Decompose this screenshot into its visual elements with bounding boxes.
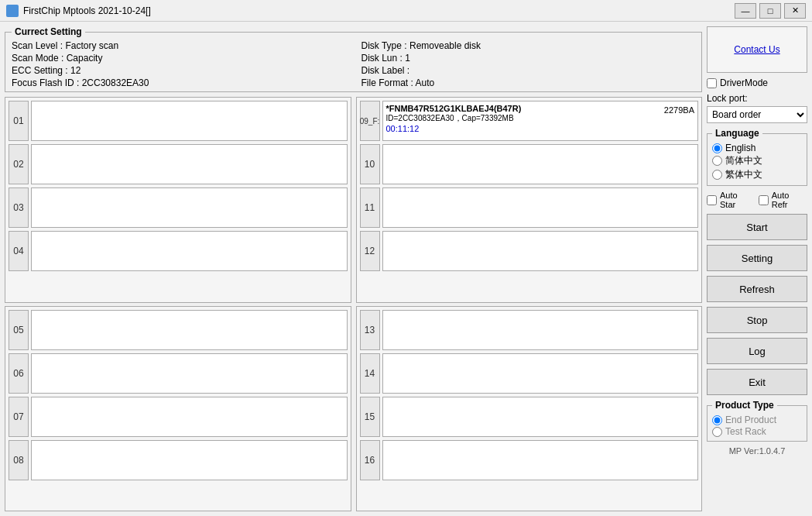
slot-display-13[interactable] xyxy=(382,310,699,350)
slot-display-12[interactable] xyxy=(382,231,699,271)
right-panel: Contact Us DriverMode Lock port: Board o… xyxy=(707,26,807,511)
ecc-setting: ECC Setting : 12 xyxy=(12,65,346,76)
main-container: Currect Setting Scan Level : Factory sca… xyxy=(0,22,812,516)
slots-area: 01 02 03 04 xyxy=(5,97,702,511)
slot-09-extra: 2279BA xyxy=(664,104,694,115)
slot-display-03[interactable] xyxy=(31,187,348,228)
focus-flash-id: Focus Flash ID : 2CC30832EA30 xyxy=(12,77,346,88)
start-button[interactable]: Start xyxy=(707,214,807,240)
disk-type: Disk Type : Removeable disk xyxy=(361,40,696,51)
language-group: Language English 简体中文 繁体中文 xyxy=(707,128,807,186)
slot-display-16[interactable] xyxy=(382,440,699,480)
table-row: 01 xyxy=(9,101,348,141)
language-english-row: English xyxy=(712,143,802,153)
slot-display-09[interactable]: *FNMB47R512G1KLBAEJ4(B47R) ID=2CC30832EA… xyxy=(382,101,699,141)
minimize-button[interactable]: — xyxy=(735,3,756,19)
slot-number-08: 08 xyxy=(9,440,29,480)
table-row: 16 xyxy=(360,440,699,480)
left-bottom-slots: 05 06 07 08 xyxy=(5,306,351,512)
slot-number-05: 05 xyxy=(9,310,29,350)
language-traditional-row: 繁体中文 xyxy=(712,168,802,181)
auto-start-checkbox[interactable] xyxy=(707,195,717,205)
product-end-product-radio[interactable] xyxy=(712,415,722,425)
slot-number-09: 09_F: xyxy=(360,101,380,141)
version-text: MP Ver:1.0.4.7 xyxy=(707,446,807,456)
product-test-rack-radio[interactable] xyxy=(712,427,722,437)
slot-display-05[interactable] xyxy=(31,310,348,350)
slot-09-time: 00:11:12 xyxy=(386,124,522,133)
lock-port-section: Lock port: Board order xyxy=(707,93,807,123)
product-type-group: Product Type End Product Test Rack xyxy=(707,400,807,442)
contact-us-container: Contact Us xyxy=(707,26,807,73)
title-bar-text: FirstChip Mptools 2021-10-24[] xyxy=(23,5,735,16)
language-english-label: English xyxy=(725,143,755,153)
slot-display-04[interactable] xyxy=(31,231,348,271)
left-top-slots: 01 02 03 04 xyxy=(5,97,351,303)
app-icon xyxy=(6,5,19,17)
driver-mode-checkbox[interactable] xyxy=(707,78,717,88)
auto-refresh-checkbox[interactable] xyxy=(759,195,769,205)
slot-display-08[interactable] xyxy=(31,440,348,480)
table-row: 06 xyxy=(9,353,348,394)
slot-09-info: *FNMB47R512G1KLBAEJ4(B47R) xyxy=(386,104,522,113)
slot-number-04: 04 xyxy=(9,231,29,271)
language-traditional-label: 繁体中文 xyxy=(725,168,762,181)
slot-number-13: 13 xyxy=(360,310,380,350)
settings-grid: Scan Level : Factory scan Disk Type : Re… xyxy=(12,40,695,88)
exit-button[interactable]: Exit xyxy=(707,369,807,395)
slot-display-07[interactable] xyxy=(31,397,348,437)
table-row: 14 xyxy=(360,353,699,394)
slot-display-01[interactable] xyxy=(31,101,348,141)
scan-mode: Scan Mode : Capacity xyxy=(12,53,346,64)
slot-number-02: 02 xyxy=(9,144,29,184)
title-bar: FirstChip Mptools 2021-10-24[] — □ ✕ xyxy=(0,0,812,22)
slot-number-12: 12 xyxy=(360,231,380,271)
title-bar-controls: — □ ✕ xyxy=(735,3,806,19)
right-bottom-slots: 13 14 15 16 xyxy=(356,306,703,512)
scan-level: Scan Level : Factory scan xyxy=(12,40,346,51)
product-test-rack-label: Test Rack xyxy=(725,426,766,437)
slot-09-id: ID=2CC30832EA30，Cap=73392MB xyxy=(386,113,522,124)
language-simplified-radio[interactable] xyxy=(712,156,722,166)
lock-port-select[interactable]: Board order xyxy=(707,106,807,123)
slot-number-11: 11 xyxy=(360,187,380,228)
driver-mode-label: DriverMode xyxy=(720,77,768,88)
language-traditional-radio[interactable] xyxy=(712,170,722,180)
table-row: 09_F: *FNMB47R512G1KLBAEJ4(B47R) ID=2CC3… xyxy=(360,101,699,141)
log-button[interactable]: Log xyxy=(707,338,807,364)
table-row: 04 xyxy=(9,231,348,271)
close-button[interactable]: ✕ xyxy=(784,3,806,19)
auto-start-label: Auto Star xyxy=(720,191,755,209)
contact-us-link[interactable]: Contact Us xyxy=(734,44,779,55)
slot-display-10[interactable] xyxy=(382,144,699,184)
table-row: 11 xyxy=(360,187,699,228)
slot-number-14: 14 xyxy=(360,353,380,394)
slot-number-03: 03 xyxy=(9,187,29,228)
slot-display-06[interactable] xyxy=(31,353,348,394)
slot-display-15[interactable] xyxy=(382,397,699,437)
setting-button[interactable]: Setting xyxy=(707,245,807,271)
slot-number-16: 16 xyxy=(360,440,380,480)
table-row: 05 xyxy=(9,310,348,350)
product-end-product-row: End Product xyxy=(712,415,802,425)
file-format: File Format : Auto xyxy=(361,77,696,88)
table-row: 15 xyxy=(360,397,699,437)
auto-options-row: Auto Star Auto Refr xyxy=(707,191,807,209)
language-simplified-label: 简体中文 xyxy=(725,154,762,167)
slot-number-15: 15 xyxy=(360,397,380,437)
slot-display-14[interactable] xyxy=(382,353,699,394)
refresh-button[interactable]: Refresh xyxy=(707,276,807,302)
slot-display-02[interactable] xyxy=(31,144,348,184)
maximize-button[interactable]: □ xyxy=(759,3,781,19)
table-row: 02 xyxy=(9,144,348,184)
slot-display-11[interactable] xyxy=(382,187,699,228)
language-simplified-row: 简体中文 xyxy=(712,154,802,167)
lock-port-label: Lock port: xyxy=(707,93,807,104)
slot-number-07: 07 xyxy=(9,397,29,437)
table-row: 13 xyxy=(360,310,699,350)
product-end-product-label: End Product xyxy=(725,415,776,425)
language-english-radio[interactable] xyxy=(712,143,722,153)
stop-button[interactable]: Stop xyxy=(707,307,807,333)
disk-label: Disk Label : xyxy=(361,65,696,76)
current-setting-title: Currect Setting xyxy=(12,26,85,37)
